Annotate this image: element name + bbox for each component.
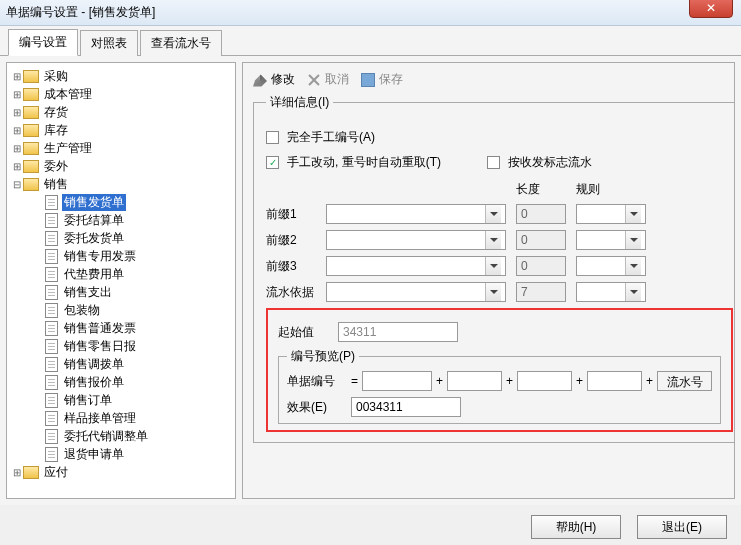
tree-item-label: 委托代销调整单 bbox=[62, 428, 150, 445]
document-icon bbox=[45, 285, 58, 300]
tree-item[interactable]: 销售专用发票 bbox=[7, 247, 235, 265]
cancel-button[interactable]: 取消 bbox=[307, 71, 349, 88]
chevron-down-icon bbox=[485, 205, 501, 223]
chk-sr[interactable] bbox=[487, 156, 500, 169]
effect-label: 效果(E) bbox=[287, 399, 347, 416]
row-label: 前缀1 bbox=[266, 206, 326, 223]
row-rule-combo[interactable] bbox=[576, 230, 646, 250]
chk-auto[interactable]: ✓ bbox=[266, 156, 279, 169]
tree-item[interactable]: 委托结算单 bbox=[7, 211, 235, 229]
tree-item[interactable]: ⊞应付 bbox=[7, 463, 235, 481]
close-icon[interactable]: ✕ bbox=[689, 0, 733, 18]
row-rule-combo[interactable] bbox=[576, 256, 646, 276]
document-icon bbox=[45, 249, 58, 264]
tree-item[interactable]: ⊞存货 bbox=[7, 103, 235, 121]
chevron-down-icon bbox=[625, 283, 641, 301]
row-combo[interactable] bbox=[326, 204, 506, 224]
effect-value-field[interactable] bbox=[351, 397, 461, 417]
tree-item[interactable]: 退货申请单 bbox=[7, 445, 235, 463]
document-icon bbox=[45, 411, 58, 426]
tree-item[interactable]: ⊞成本管理 bbox=[7, 85, 235, 103]
document-icon bbox=[45, 303, 58, 318]
document-icon bbox=[45, 231, 58, 246]
tree-item[interactable]: 销售支出 bbox=[7, 283, 235, 301]
document-icon bbox=[45, 447, 58, 462]
tree-item[interactable]: 销售零售日报 bbox=[7, 337, 235, 355]
document-icon bbox=[45, 357, 58, 372]
row-length[interactable] bbox=[516, 256, 566, 276]
tree-item[interactable]: ⊞生产管理 bbox=[7, 139, 235, 157]
chevron-down-icon bbox=[625, 257, 641, 275]
help-button[interactable]: 帮助(H) bbox=[531, 515, 621, 539]
row-length[interactable] bbox=[516, 282, 566, 302]
seg-prefix3 bbox=[517, 371, 572, 391]
tree-item[interactable]: 代垫费用单 bbox=[7, 265, 235, 283]
save-button[interactable]: 保存 bbox=[361, 71, 403, 88]
tree-item-label: 样品接单管理 bbox=[62, 410, 138, 427]
tree-item[interactable]: 销售调拨单 bbox=[7, 355, 235, 373]
tree-item[interactable]: 销售普通发票 bbox=[7, 319, 235, 337]
tree-item[interactable]: ⊞采购 bbox=[7, 67, 235, 85]
tree-item[interactable]: 样品接单管理 bbox=[7, 409, 235, 427]
tree-item[interactable]: ⊞库存 bbox=[7, 121, 235, 139]
tree-item-label: 库存 bbox=[42, 122, 70, 139]
detail-legend: 详细信息(I) bbox=[266, 94, 333, 111]
tree-item[interactable]: 委托代销调整单 bbox=[7, 427, 235, 445]
detail-panel: 修改 取消 保存 详细信息(I) 完全手工编号(A) ✓ 手工改动, 重号时自动… bbox=[242, 62, 735, 499]
row-length[interactable] bbox=[516, 230, 566, 250]
tree-item[interactable]: ⊞委外 bbox=[7, 157, 235, 175]
start-label: 起始值 bbox=[278, 324, 338, 341]
tab-strip: 编号设置 对照表 查看流水号 bbox=[0, 26, 741, 56]
cancel-icon bbox=[307, 73, 321, 87]
chevron-down-icon bbox=[625, 231, 641, 249]
row-combo[interactable] bbox=[326, 282, 506, 302]
chk-manual[interactable] bbox=[266, 131, 279, 144]
window-title: 单据编号设置 - [销售发货单] bbox=[6, 4, 155, 21]
document-icon bbox=[45, 393, 58, 408]
col-length: 长度 bbox=[516, 181, 576, 198]
row-combo[interactable] bbox=[326, 230, 506, 250]
chevron-down-icon bbox=[485, 283, 501, 301]
tree-item[interactable]: 委托发货单 bbox=[7, 229, 235, 247]
folder-icon bbox=[23, 466, 39, 479]
chevron-down-icon bbox=[485, 231, 501, 249]
row-rule-combo[interactable] bbox=[576, 282, 646, 302]
chevron-down-icon bbox=[485, 257, 501, 275]
tree-item[interactable]: 包装物 bbox=[7, 301, 235, 319]
tree-item-label: 应付 bbox=[42, 464, 70, 481]
edit-icon bbox=[253, 73, 267, 87]
row-rule-combo[interactable] bbox=[576, 204, 646, 224]
tree-item-label: 成本管理 bbox=[42, 86, 94, 103]
edit-button[interactable]: 修改 bbox=[253, 71, 295, 88]
folder-icon bbox=[23, 106, 39, 119]
save-icon bbox=[361, 73, 375, 87]
exit-button[interactable]: 退出(E) bbox=[637, 515, 727, 539]
tree-item-label: 销售订单 bbox=[62, 392, 114, 409]
preview-legend: 编号预览(P) bbox=[287, 348, 359, 365]
tab-view-serial[interactable]: 查看流水号 bbox=[140, 30, 222, 56]
tab-number-settings[interactable]: 编号设置 bbox=[8, 29, 78, 56]
row-label: 前缀3 bbox=[266, 258, 326, 275]
tree-item-label: 退货申请单 bbox=[62, 446, 126, 463]
docno-label: 单据编号 bbox=[287, 373, 347, 390]
tree-item[interactable]: 销售订单 bbox=[7, 391, 235, 409]
tree-item-label: 采购 bbox=[42, 68, 70, 85]
start-value-field[interactable] bbox=[338, 322, 458, 342]
tree-item-selected[interactable]: 销售发货单 bbox=[7, 193, 235, 211]
folder-icon bbox=[23, 124, 39, 137]
tree-item[interactable]: 销售报价单 bbox=[7, 373, 235, 391]
tree-item[interactable]: ⊟销售 bbox=[7, 175, 235, 193]
chk-manual-label: 完全手工编号(A) bbox=[287, 129, 375, 146]
row-length[interactable] bbox=[516, 204, 566, 224]
tree-item-label: 代垫费用单 bbox=[62, 266, 126, 283]
seg-basis bbox=[587, 371, 642, 391]
document-icon bbox=[45, 321, 58, 336]
col-rule: 规则 bbox=[576, 181, 636, 198]
document-icon bbox=[45, 213, 58, 228]
category-tree[interactable]: ⊞采购⊞成本管理⊞存货⊞库存⊞生产管理⊞委外⊟销售销售发货单委托结算单委托发货单… bbox=[6, 62, 236, 499]
tab-mapping[interactable]: 对照表 bbox=[80, 30, 138, 56]
footer: 帮助(H) 退出(E) bbox=[531, 515, 727, 539]
row-combo[interactable] bbox=[326, 256, 506, 276]
document-icon bbox=[45, 267, 58, 282]
row-label: 流水依据 bbox=[266, 284, 326, 301]
